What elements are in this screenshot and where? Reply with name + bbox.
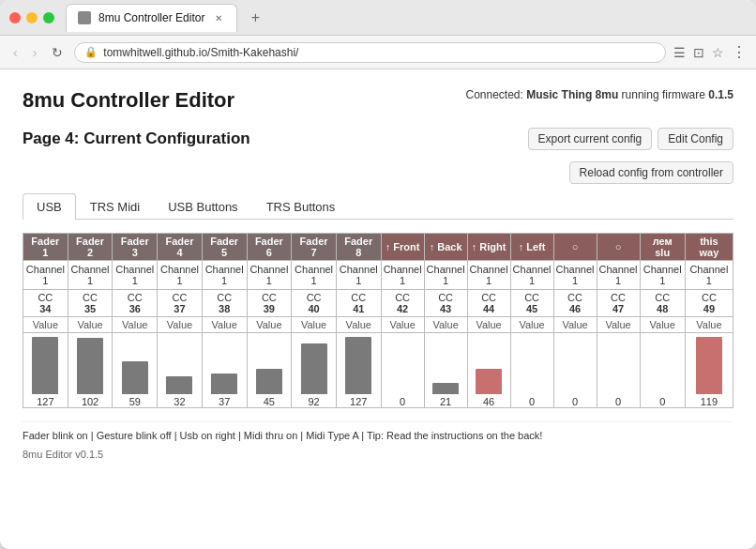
value-label-cell: Value [467, 317, 510, 333]
bar-cell: 102 [68, 333, 113, 408]
grid-body: Channel1Channel1Channel1Channel1Channel1… [23, 261, 733, 408]
controller-grid: Fader 1Fader 2Fader 3Fader 4Fader 5Fader… [23, 233, 733, 408]
cc-cell[interactable]: CC47 [597, 290, 640, 317]
channel-cell[interactable]: Channel1 [597, 261, 640, 290]
save-page-icon[interactable]: ⊡ [693, 45, 704, 60]
channel-cell[interactable]: Channel1 [381, 261, 424, 290]
reload-button[interactable]: ↻ [48, 43, 67, 62]
tab-close-button[interactable]: ✕ [212, 11, 225, 24]
channel-cell[interactable]: Channel1 [23, 261, 68, 290]
bar-cell: 0 [597, 333, 640, 408]
column-header[interactable]: this way [685, 234, 733, 261]
column-header[interactable]: Fader 5 [202, 234, 247, 261]
status-bar: Fader blink on | Gesture blink off | Usb… [23, 421, 733, 441]
tab-usb-buttons[interactable]: USB Buttons [154, 193, 251, 220]
column-header[interactable]: ○ [597, 234, 640, 261]
cc-cell[interactable]: CC48 [640, 290, 685, 317]
cc-cell[interactable]: CC41 [336, 290, 381, 317]
column-header[interactable]: Fader 8 [336, 234, 381, 261]
bar-cell: 59 [113, 333, 158, 408]
bar-cell: 0 [381, 333, 424, 408]
column-header[interactable]: ↑ Right [467, 234, 510, 261]
cc-cell[interactable]: CC46 [553, 290, 597, 317]
value-label-cell: Value [68, 317, 113, 333]
bar-value-label: 119 [701, 396, 718, 407]
tab-label: 8mu Controller Editor [98, 11, 204, 24]
channel-cell[interactable]: Channel1 [336, 261, 381, 290]
channel-cell[interactable]: Channel1 [158, 261, 203, 290]
column-header[interactable]: ↑ Back [424, 234, 467, 261]
column-header[interactable]: ○ [553, 234, 597, 261]
export-button[interactable]: Export current config [528, 128, 653, 150]
channel-row: Channel1Channel1Channel1Channel1Channel1… [23, 261, 733, 290]
value-label-row: ValueValueValueValueValueValueValueValue… [23, 317, 733, 333]
cc-cell[interactable]: CC49 [685, 290, 733, 317]
tab-trs-buttons[interactable]: TRS Buttons [252, 193, 350, 220]
bar-cell: 21 [424, 333, 467, 408]
value-label-cell: Value [158, 317, 203, 333]
cc-cell[interactable]: CC45 [510, 290, 553, 317]
bar-value-label: 21 [440, 396, 451, 407]
firmware-version: 0.1.5 [708, 88, 733, 101]
cc-cell[interactable]: CC42 [381, 290, 424, 317]
main-content: 8mu Controller Editor Connected: Music T… [0, 69, 756, 549]
app-header: 8mu Controller Editor Connected: Music T… [23, 88, 733, 113]
bar-cell: 37 [202, 333, 247, 408]
tab-trs-midi[interactable]: TRS Midi [76, 193, 154, 220]
column-header[interactable]: ↑ Front [381, 234, 424, 261]
bar-value-label: 0 [659, 396, 665, 407]
channel-cell[interactable]: Channel1 [467, 261, 510, 290]
reload-config-button[interactable]: Reload config from controller [569, 161, 733, 184]
cc-cell[interactable]: CC38 [202, 290, 247, 317]
minimize-button[interactable] [26, 12, 38, 23]
channel-cell[interactable]: Channel1 [640, 261, 685, 290]
cc-cell[interactable]: CC34 [23, 290, 68, 317]
forward-button[interactable]: › [29, 43, 41, 62]
action-buttons: Export current config Edit Config [528, 128, 733, 150]
column-header[interactable]: Fader 2 [68, 234, 113, 261]
column-header[interactable]: Fader 6 [247, 234, 292, 261]
back-button[interactable]: ‹ [9, 43, 22, 62]
menu-icon[interactable]: ⋮ [732, 43, 747, 61]
star-icon[interactable]: ☆ [712, 45, 724, 60]
maximize-button[interactable] [43, 12, 54, 23]
channel-cell[interactable]: Channel1 [292, 261, 337, 290]
column-header[interactable]: ↑ Left [510, 234, 553, 261]
tab-usb[interactable]: USB [23, 193, 76, 220]
column-header[interactable]: Fader 4 [158, 234, 203, 261]
cc-cell[interactable]: CC37 [158, 290, 203, 317]
column-header[interactable]: Fader 1 [23, 234, 68, 261]
cc-cell[interactable]: CC36 [113, 290, 158, 317]
channel-cell[interactable]: Channel1 [510, 261, 553, 290]
cc-cell[interactable]: CC43 [424, 290, 467, 317]
bar-cell: 0 [510, 333, 553, 408]
channel-cell[interactable]: Channel1 [685, 261, 733, 290]
header-row: Fader 1Fader 2Fader 3Fader 4Fader 5Fader… [23, 234, 733, 261]
edit-config-button[interactable]: Edit Config [658, 128, 733, 150]
new-tab-button[interactable]: + [245, 8, 265, 28]
browser-tab[interactable]: 8mu Controller Editor ✕ [66, 4, 237, 32]
channel-cell[interactable]: Channel1 [424, 261, 467, 290]
channel-cell[interactable]: Channel1 [553, 261, 597, 290]
cc-cell[interactable]: CC35 [68, 290, 113, 317]
column-header[interactable]: Fader 3 [113, 234, 158, 261]
address-bar[interactable]: 🔒 tomwhitwell.github.io/Smith-Kakehashi/ [74, 42, 666, 63]
value-label-cell: Value [292, 317, 337, 333]
column-header[interactable]: Fader 7 [292, 234, 337, 261]
cc-cell[interactable]: CC44 [467, 290, 510, 317]
cc-cell[interactable]: CC40 [292, 290, 337, 317]
channel-cell[interactable]: Channel1 [68, 261, 113, 290]
value-label-cell: Value [424, 317, 467, 333]
bookmark-list-icon[interactable]: ☰ [673, 45, 686, 60]
footer: 8mu Editor v0.1.5 [23, 449, 733, 460]
channel-cell[interactable]: Channel1 [202, 261, 247, 290]
bar-cell: 0 [640, 333, 685, 408]
channel-cell[interactable]: Channel1 [113, 261, 158, 290]
column-header[interactable]: лем slu [640, 234, 685, 261]
cc-cell[interactable]: CC39 [247, 290, 292, 317]
close-button[interactable] [9, 12, 21, 23]
bar-value-label: 127 [37, 396, 53, 407]
page-title: Page 4: Current Configuration [23, 130, 250, 148]
bar-value-label: 102 [82, 396, 98, 407]
channel-cell[interactable]: Channel1 [247, 261, 292, 290]
